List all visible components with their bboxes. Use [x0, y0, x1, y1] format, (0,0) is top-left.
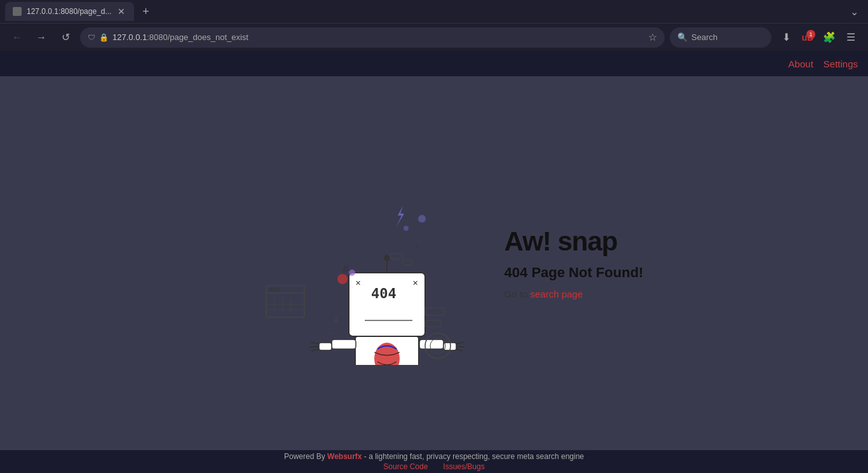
nav-bar: ← → ↺ 🛡 🔒 127.0.0.1:8080/page_does_not_e… [0, 23, 868, 51]
search-icon: 🔍 [677, 32, 688, 42]
svg-rect-21 [332, 339, 356, 349]
tab-bar: 127.0.0.1:8080/page_d... ✕ + ⌄ [0, 0, 868, 23]
error-subtitle: 404 Page Not Found! [505, 264, 644, 281]
main-content: # * 00|0|! 404 ✕ ✕ [0, 76, 868, 450]
svg-line-30 [456, 349, 463, 351]
extensions-icon: 🧩 [823, 31, 836, 43]
svg-text:*: * [416, 242, 419, 252]
tab-bar-right: ⌄ [845, 3, 863, 20]
svg-point-48 [329, 332, 331, 334]
reload-icon: ↺ [62, 31, 70, 43]
bookmark-button[interactable]: ☆ [648, 31, 657, 43]
ublock-badge: 1 [806, 30, 815, 39]
robot-svg: # * 00|0|! 404 ✕ ✕ [225, 161, 466, 365]
svg-text:✕: ✕ [412, 279, 418, 287]
about-link[interactable]: About [789, 58, 813, 69]
address-bar[interactable]: 🛡 🔒 127.0.0.1:8080/page_does_not_exist ☆ [80, 27, 665, 48]
svg-line-29 [456, 346, 465, 347]
search-page-link[interactable]: search page [530, 289, 583, 299]
forward-button[interactable]: → [32, 28, 51, 47]
download-icon: ⬇ [782, 31, 790, 43]
reload-button[interactable]: ↺ [56, 28, 75, 47]
browser-actions: ⬇ uD 1 🧩 ☰ [776, 28, 860, 47]
error-section: Aw! snap 404 Page Not Found! Go to searc… [505, 227, 644, 299]
footer-prefix: Powered By [284, 452, 327, 461]
back-button[interactable]: ← [8, 28, 27, 47]
tab-title: 127.0.0.1:8080/page_d... [27, 7, 111, 16]
error-body: Go to search page [505, 289, 644, 299]
svg-line-25 [311, 349, 319, 351]
tab-list-button[interactable]: ⌄ [845, 3, 863, 20]
footer-brand: Websurfx [327, 452, 362, 461]
issues-bugs-link[interactable]: Issues/Bugs [443, 462, 484, 471]
svg-point-50 [337, 274, 348, 284]
settings-link[interactable]: Settings [824, 58, 858, 69]
footer: Powered By Websurfx - a lightening fast,… [0, 450, 868, 473]
footer-links: Source Code Issues/Bugs [383, 462, 484, 471]
url-hostname: 127.0.0.1 [112, 32, 147, 42]
svg-point-1 [403, 226, 409, 231]
svg-rect-45 [403, 260, 412, 265]
app-nav: About Settings [0, 51, 868, 76]
svg-point-18 [384, 255, 390, 261]
svg-point-51 [349, 270, 355, 276]
svg-rect-26 [419, 339, 444, 349]
search-label: Search [691, 32, 717, 42]
active-tab[interactable]: 127.0.0.1:8080/page_d... ✕ [5, 2, 134, 21]
back-icon: ← [12, 32, 22, 43]
svg-point-47 [334, 319, 338, 322]
tab-close-button[interactable]: ✕ [116, 6, 126, 17]
svg-line-28 [456, 342, 463, 344]
menu-icon: ☰ [846, 31, 855, 43]
svg-line-23 [311, 342, 319, 344]
svg-rect-22 [319, 343, 332, 350]
browser-menu-button[interactable]: ☰ [841, 28, 860, 47]
svg-text:#: # [342, 263, 349, 275]
svg-rect-42 [425, 320, 441, 327]
footer-suffix: - a lightening fast, privacy respecting,… [362, 452, 584, 461]
tab-favicon [13, 7, 22, 16]
download-button[interactable]: ⬇ [776, 28, 796, 47]
robot-illustration: # * 00|0|! 404 ✕ ✕ [225, 161, 466, 365]
error-body-prefix: Go to [505, 289, 531, 299]
lock-icon: 🔒 [99, 33, 109, 42]
ublock-extension-button[interactable]: uD 1 [798, 28, 817, 47]
svg-line-24 [309, 346, 319, 347]
url-path: :8080/page_does_not_exist [147, 32, 248, 42]
svg-text:✕: ✕ [355, 279, 361, 287]
forward-icon: → [36, 32, 46, 43]
shield-icon: 🛡 [88, 33, 95, 42]
svg-text:00|0|!: 00|0|! [269, 287, 280, 292]
svg-rect-41 [425, 308, 444, 315]
address-text: 127.0.0.1:8080/page_does_not_exist [112, 32, 644, 42]
footer-line1: Powered By Websurfx - a lightening fast,… [284, 452, 584, 461]
error-title: Aw! snap [505, 227, 644, 256]
svg-rect-46 [390, 254, 403, 259]
new-tab-button[interactable]: + [137, 3, 154, 20]
source-code-link[interactable]: Source Code [383, 462, 428, 471]
svg-point-0 [418, 215, 426, 223]
extensions-button[interactable]: 🧩 [820, 28, 839, 47]
svg-text:404: 404 [371, 285, 397, 301]
search-bar[interactable]: 🔍 Search [670, 27, 771, 48]
